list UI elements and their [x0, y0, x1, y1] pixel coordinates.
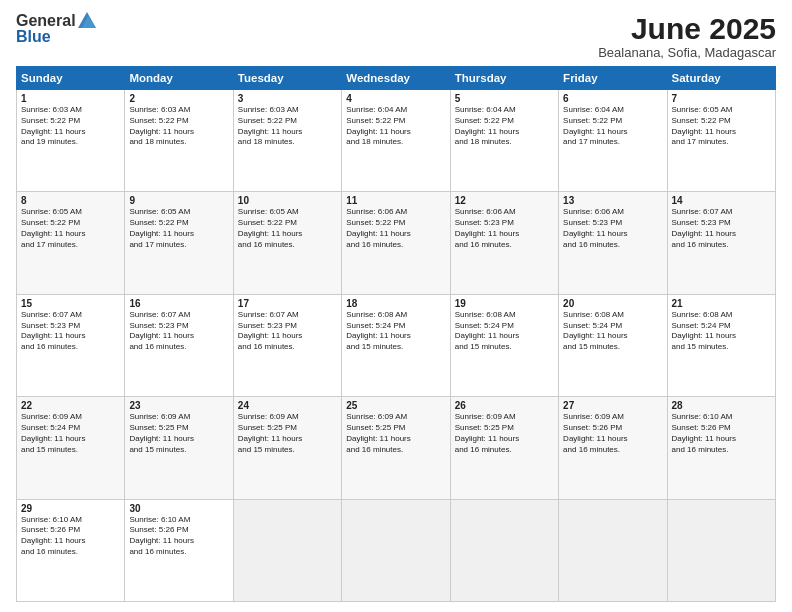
calendar-header-saturday: Saturday	[667, 67, 775, 90]
day-info: Sunrise: 6:06 AM Sunset: 5:23 PM Dayligh…	[455, 207, 554, 250]
day-info: Sunrise: 6:10 AM Sunset: 5:26 PM Dayligh…	[129, 515, 228, 558]
calendar-cell: 7Sunrise: 6:05 AM Sunset: 5:22 PM Daylig…	[667, 90, 775, 192]
calendar-header-monday: Monday	[125, 67, 233, 90]
calendar-cell: 9Sunrise: 6:05 AM Sunset: 5:22 PM Daylig…	[125, 192, 233, 294]
day-info: Sunrise: 6:05 AM Sunset: 5:22 PM Dayligh…	[129, 207, 228, 250]
calendar-subtitle: Bealanana, Sofia, Madagascar	[598, 45, 776, 60]
day-number: 3	[238, 93, 337, 104]
calendar-header-wednesday: Wednesday	[342, 67, 450, 90]
day-info: Sunrise: 6:09 AM Sunset: 5:25 PM Dayligh…	[346, 412, 445, 455]
day-number: 19	[455, 298, 554, 309]
day-info: Sunrise: 6:03 AM Sunset: 5:22 PM Dayligh…	[21, 105, 120, 148]
day-info: Sunrise: 6:06 AM Sunset: 5:22 PM Dayligh…	[346, 207, 445, 250]
calendar-week-4: 22Sunrise: 6:09 AM Sunset: 5:24 PM Dayli…	[17, 397, 776, 499]
header: General Blue June 2025 Bealanana, Sofia,…	[16, 12, 776, 60]
calendar-cell	[342, 499, 450, 601]
calendar-cell: 5Sunrise: 6:04 AM Sunset: 5:22 PM Daylig…	[450, 90, 558, 192]
calendar-header-tuesday: Tuesday	[233, 67, 341, 90]
day-number: 30	[129, 503, 228, 514]
calendar-cell: 2Sunrise: 6:03 AM Sunset: 5:22 PM Daylig…	[125, 90, 233, 192]
page: General Blue June 2025 Bealanana, Sofia,…	[0, 0, 792, 612]
logo-blue: Blue	[16, 28, 96, 46]
day-number: 10	[238, 195, 337, 206]
day-info: Sunrise: 6:09 AM Sunset: 5:25 PM Dayligh…	[455, 412, 554, 455]
day-info: Sunrise: 6:07 AM Sunset: 5:23 PM Dayligh…	[129, 310, 228, 353]
day-number: 20	[563, 298, 662, 309]
day-info: Sunrise: 6:06 AM Sunset: 5:23 PM Dayligh…	[563, 207, 662, 250]
calendar-cell: 21Sunrise: 6:08 AM Sunset: 5:24 PM Dayli…	[667, 294, 775, 396]
calendar-cell: 26Sunrise: 6:09 AM Sunset: 5:25 PM Dayli…	[450, 397, 558, 499]
day-info: Sunrise: 6:05 AM Sunset: 5:22 PM Dayligh…	[672, 105, 771, 148]
calendar-cell: 13Sunrise: 6:06 AM Sunset: 5:23 PM Dayli…	[559, 192, 667, 294]
calendar-cell	[559, 499, 667, 601]
calendar-cell: 23Sunrise: 6:09 AM Sunset: 5:25 PM Dayli…	[125, 397, 233, 499]
day-number: 28	[672, 400, 771, 411]
calendar-cell: 14Sunrise: 6:07 AM Sunset: 5:23 PM Dayli…	[667, 192, 775, 294]
title-block: June 2025 Bealanana, Sofia, Madagascar	[598, 12, 776, 60]
logo: General Blue	[16, 12, 96, 45]
day-number: 2	[129, 93, 228, 104]
day-number: 16	[129, 298, 228, 309]
day-number: 1	[21, 93, 120, 104]
calendar-cell	[667, 499, 775, 601]
day-number: 18	[346, 298, 445, 309]
calendar-week-2: 8Sunrise: 6:05 AM Sunset: 5:22 PM Daylig…	[17, 192, 776, 294]
day-info: Sunrise: 6:08 AM Sunset: 5:24 PM Dayligh…	[346, 310, 445, 353]
calendar-cell: 30Sunrise: 6:10 AM Sunset: 5:26 PM Dayli…	[125, 499, 233, 601]
day-info: Sunrise: 6:04 AM Sunset: 5:22 PM Dayligh…	[563, 105, 662, 148]
day-number: 24	[238, 400, 337, 411]
calendar-cell	[450, 499, 558, 601]
day-info: Sunrise: 6:08 AM Sunset: 5:24 PM Dayligh…	[455, 310, 554, 353]
calendar-cell: 4Sunrise: 6:04 AM Sunset: 5:22 PM Daylig…	[342, 90, 450, 192]
calendar-table: SundayMondayTuesdayWednesdayThursdayFrid…	[16, 66, 776, 602]
day-number: 25	[346, 400, 445, 411]
day-number: 11	[346, 195, 445, 206]
calendar-cell: 12Sunrise: 6:06 AM Sunset: 5:23 PM Dayli…	[450, 192, 558, 294]
calendar-week-1: 1Sunrise: 6:03 AM Sunset: 5:22 PM Daylig…	[17, 90, 776, 192]
calendar-header-thursday: Thursday	[450, 67, 558, 90]
day-info: Sunrise: 6:04 AM Sunset: 5:22 PM Dayligh…	[455, 105, 554, 148]
day-info: Sunrise: 6:03 AM Sunset: 5:22 PM Dayligh…	[129, 105, 228, 148]
calendar-cell: 11Sunrise: 6:06 AM Sunset: 5:22 PM Dayli…	[342, 192, 450, 294]
day-info: Sunrise: 6:08 AM Sunset: 5:24 PM Dayligh…	[672, 310, 771, 353]
day-number: 22	[21, 400, 120, 411]
day-info: Sunrise: 6:04 AM Sunset: 5:22 PM Dayligh…	[346, 105, 445, 148]
day-number: 15	[21, 298, 120, 309]
calendar-header-sunday: Sunday	[17, 67, 125, 90]
calendar-cell: 25Sunrise: 6:09 AM Sunset: 5:25 PM Dayli…	[342, 397, 450, 499]
calendar-cell: 24Sunrise: 6:09 AM Sunset: 5:25 PM Dayli…	[233, 397, 341, 499]
logo-icon	[78, 12, 96, 28]
day-info: Sunrise: 6:10 AM Sunset: 5:26 PM Dayligh…	[21, 515, 120, 558]
day-number: 12	[455, 195, 554, 206]
calendar-header-friday: Friday	[559, 67, 667, 90]
calendar-cell: 8Sunrise: 6:05 AM Sunset: 5:22 PM Daylig…	[17, 192, 125, 294]
day-info: Sunrise: 6:05 AM Sunset: 5:22 PM Dayligh…	[21, 207, 120, 250]
calendar-cell: 29Sunrise: 6:10 AM Sunset: 5:26 PM Dayli…	[17, 499, 125, 601]
day-number: 5	[455, 93, 554, 104]
calendar-cell: 20Sunrise: 6:08 AM Sunset: 5:24 PM Dayli…	[559, 294, 667, 396]
calendar-cell: 17Sunrise: 6:07 AM Sunset: 5:23 PM Dayli…	[233, 294, 341, 396]
day-info: Sunrise: 6:07 AM Sunset: 5:23 PM Dayligh…	[21, 310, 120, 353]
calendar-cell: 18Sunrise: 6:08 AM Sunset: 5:24 PM Dayli…	[342, 294, 450, 396]
day-info: Sunrise: 6:09 AM Sunset: 5:25 PM Dayligh…	[238, 412, 337, 455]
calendar-cell: 10Sunrise: 6:05 AM Sunset: 5:22 PM Dayli…	[233, 192, 341, 294]
calendar-cell: 3Sunrise: 6:03 AM Sunset: 5:22 PM Daylig…	[233, 90, 341, 192]
day-number: 26	[455, 400, 554, 411]
day-info: Sunrise: 6:05 AM Sunset: 5:22 PM Dayligh…	[238, 207, 337, 250]
day-info: Sunrise: 6:09 AM Sunset: 5:25 PM Dayligh…	[129, 412, 228, 455]
day-number: 23	[129, 400, 228, 411]
day-number: 7	[672, 93, 771, 104]
calendar-week-3: 15Sunrise: 6:07 AM Sunset: 5:23 PM Dayli…	[17, 294, 776, 396]
day-number: 8	[21, 195, 120, 206]
day-info: Sunrise: 6:09 AM Sunset: 5:24 PM Dayligh…	[21, 412, 120, 455]
calendar-cell: 6Sunrise: 6:04 AM Sunset: 5:22 PM Daylig…	[559, 90, 667, 192]
day-number: 29	[21, 503, 120, 514]
calendar-header-row: SundayMondayTuesdayWednesdayThursdayFrid…	[17, 67, 776, 90]
calendar-cell: 15Sunrise: 6:07 AM Sunset: 5:23 PM Dayli…	[17, 294, 125, 396]
day-info: Sunrise: 6:07 AM Sunset: 5:23 PM Dayligh…	[238, 310, 337, 353]
day-number: 13	[563, 195, 662, 206]
day-info: Sunrise: 6:03 AM Sunset: 5:22 PM Dayligh…	[238, 105, 337, 148]
day-number: 17	[238, 298, 337, 309]
day-number: 9	[129, 195, 228, 206]
calendar-cell: 16Sunrise: 6:07 AM Sunset: 5:23 PM Dayli…	[125, 294, 233, 396]
